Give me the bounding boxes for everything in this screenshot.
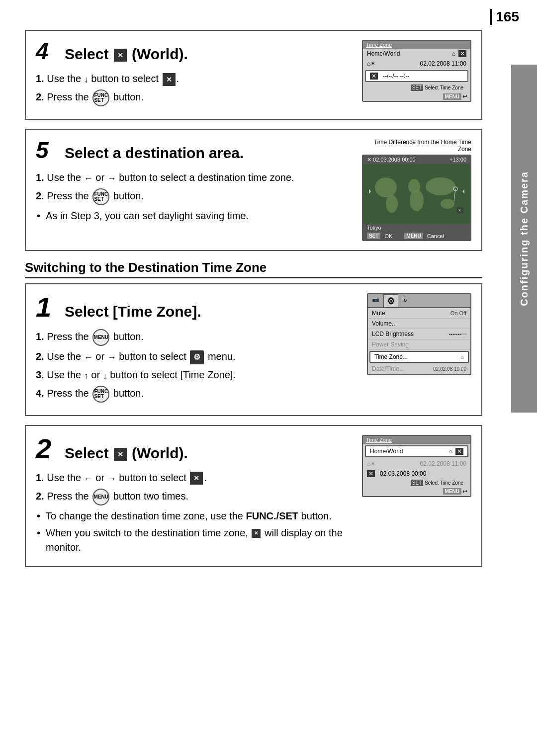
- tab-io[interactable]: Io: [398, 294, 411, 307]
- world-icon-sw2: ✕: [114, 448, 127, 461]
- screen-4-footer-menu: MENU ↩: [363, 92, 470, 101]
- screen-sw2-footer: SET Select Time Zone: [363, 479, 470, 487]
- screen-sw2-footer-menu: MENU ↩: [363, 487, 470, 496]
- screen-5-map: ✕: [363, 164, 470, 224]
- main-content: 4 Select ✕ (World). 1. Use the ↓ button …: [25, 30, 482, 567]
- switching-section: Switching to the Destination Time Zone: [25, 260, 482, 278]
- screen-4-row-2: ⌂✶ 02.02.2008 11:00: [363, 59, 470, 69]
- section-4: 4 Select ✕ (World). 1. Use the ↓ button …: [25, 30, 482, 120]
- section-4-num: 4: [36, 40, 58, 63]
- settings-volume: Volume...: [368, 319, 470, 329]
- func-set-button-sw1[interactable]: FUNCSET: [92, 386, 109, 403]
- func-set-button-4[interactable]: FUNCSET: [92, 89, 109, 106]
- svg-marker-6: [369, 189, 371, 194]
- sidebar-label: Configuring the Camera: [511, 65, 537, 413]
- screen-5: ✕ 02.03.2008 00:00 +13:00: [362, 155, 471, 241]
- settings-datetime: Date/Time... 02.02.08 10:00: [368, 364, 470, 374]
- settings-icon-sw1: ⚙: [190, 350, 204, 364]
- section-sw1-title: Select [Time Zone].: [65, 303, 201, 320]
- bullet-sw2-2: When you switch to the destination time …: [36, 526, 354, 555]
- svg-point-3: [410, 189, 424, 211]
- switching-title: Switching to the Destination Time Zone: [25, 260, 482, 278]
- screen-5-footer: Tokyo: [363, 224, 470, 232]
- map-caption: Time Difference from the Home Time Zone: [362, 139, 471, 153]
- page-number: 165: [490, 9, 519, 25]
- screen-sw2-row-3: ✕ 02.03.2008 00:00: [363, 469, 470, 479]
- section-sw1-num: 1: [36, 293, 58, 321]
- menu-button-sw2[interactable]: MENU: [92, 489, 109, 505]
- step-sw2-2: 2. Press the MENU button two times.: [36, 489, 354, 505]
- section-sw1: 1 Select [Time Zone]. 1. Press the MENU …: [25, 283, 482, 416]
- svg-point-1: [386, 195, 398, 213]
- menu-cancel-btn: MENU: [404, 233, 423, 239]
- screen-5-header: ✕ 02.03.2008 00:00 +13:00: [363, 156, 470, 164]
- menu-btn-4: MENU: [443, 93, 461, 100]
- screen-5-footer-btns: SET OK MENU Cancel: [363, 232, 470, 240]
- screen-sw2-title: Time Zone: [363, 436, 470, 444]
- screen-4-title: Time Zone: [363, 41, 470, 49]
- step-4-2: 2. Press the FUNCSET button.: [36, 89, 354, 106]
- menu-button-sw1[interactable]: MENU: [92, 329, 109, 346]
- section-5-num: 5: [36, 139, 58, 162]
- screen-4-row-1: Home/World ⌂ ✕: [363, 49, 470, 59]
- world-icon-4-inline: ✕: [163, 73, 176, 86]
- bullet-5-1: As in Step 3, you can set daylight savin…: [36, 209, 346, 223]
- world-icon-sw2-inline: ✕: [190, 472, 203, 485]
- svg-point-5: [441, 199, 454, 209]
- tab-camera[interactable]: 📷: [368, 294, 383, 307]
- screen-sw2-row-1: Home/World ⌂ ✕: [365, 445, 468, 457]
- func-set-button-5[interactable]: FUNCSET: [92, 188, 109, 205]
- step-5-1: 1. Use the ← or → button to select a des…: [36, 170, 346, 185]
- settings-brightness: LCD Brightness ▪▪▪▪▪▪▪▫▫▫: [368, 329, 470, 339]
- settings-power: Power Saving: [368, 339, 470, 350]
- world-icon-bullet: ✕: [252, 529, 261, 538]
- screen-sw1: 📷 ⚙ Io Mute On Off Volume... LCD Brightn…: [367, 293, 471, 375]
- bullet-sw2-1: To change the destination time zone, use…: [36, 509, 354, 523]
- svg-point-4: [426, 177, 455, 195]
- section-sw2-num: 2: [36, 435, 58, 463]
- svg-point-0: [375, 177, 397, 197]
- step-sw1-1: 1. Press the MENU button.: [36, 329, 359, 346]
- step-sw1-2: 2. Use the ← or → button to select ⚙ men…: [36, 349, 359, 364]
- screen-4-row-3: ✕ --/--/-- --:--: [365, 70, 468, 82]
- step-4-1: 1. Use the ↓ button to select ✕.: [36, 72, 354, 86]
- screen-sw2-row-2: ⌂✶ 02.02.2008 11:00: [363, 459, 470, 469]
- section-4-title: Select ✕ (World).: [65, 46, 188, 63]
- world-icon-4: ✕: [114, 49, 127, 62]
- tab-settings[interactable]: ⚙: [383, 294, 398, 307]
- svg-marker-7: [462, 189, 464, 194]
- screen-sw2: Time Zone Home/World ⌂ ✕ ⌂✶ 02.02.2008 1…: [362, 435, 471, 497]
- step-sw1-4: 4. Press the FUNCSET button.: [36, 386, 359, 403]
- svg-text:✕: ✕: [458, 208, 461, 213]
- menu-btn-sw2: MENU: [443, 488, 461, 495]
- section-5-title: Select a destination area.: [65, 145, 244, 162]
- screen-4: Time Zone Home/World ⌂ ✕ ⌂✶ 02.02.2008 1…: [362, 40, 471, 102]
- screen-4-footer: SET Select Time Zone: [363, 84, 470, 92]
- set-ok-btn: SET: [367, 233, 380, 239]
- settings-tabs: 📷 ⚙ Io: [368, 294, 470, 308]
- section-sw2-title: Select ✕ (World).: [65, 445, 188, 462]
- step-sw2-1: 1. Use the ← or → button to select ✕.: [36, 471, 354, 485]
- settings-timezone: Time Zone... ⌂: [369, 351, 469, 363]
- step-5-2: 2. Press the FUNCSET button.: [36, 188, 346, 205]
- section-5: 5 Select a destination area. 1. Use the …: [25, 129, 482, 251]
- settings-mute: Mute On Off: [368, 308, 470, 319]
- section-sw2: 2 Select ✕ (World). 1. Use the ← or → bu…: [25, 425, 482, 567]
- step-sw1-3: 3. Use the ↑ or ↓ button to select [Time…: [36, 368, 359, 382]
